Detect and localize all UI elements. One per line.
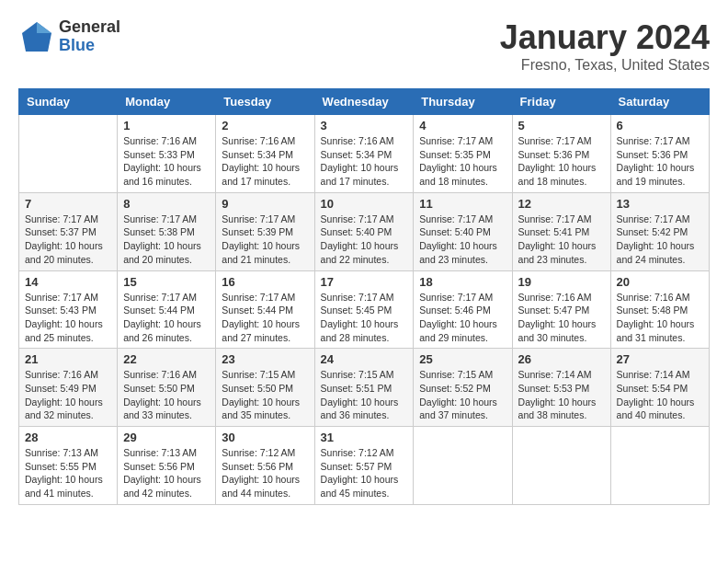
day-info: Sunrise: 7:17 AM Sunset: 5:37 PM Dayligh…: [25, 213, 111, 267]
calendar-cell: 30Sunrise: 7:12 AM Sunset: 5:56 PM Dayli…: [216, 427, 314, 505]
day-number: 18: [419, 275, 506, 289]
day-number: 15: [123, 275, 210, 289]
calendar-cell: 8Sunrise: 7:17 AM Sunset: 5:38 PM Daylig…: [118, 192, 216, 270]
calendar-cell: 4Sunrise: 7:17 AM Sunset: 5:35 PM Daylig…: [414, 115, 512, 193]
calendar-header: SundayMondayTuesdayWednesdayThursdayFrid…: [19, 89, 710, 115]
day-info: Sunrise: 7:16 AM Sunset: 5:48 PM Dayligh…: [617, 291, 703, 345]
calendar-cell: 9Sunrise: 7:17 AM Sunset: 5:39 PM Daylig…: [216, 192, 314, 270]
day-number: 4: [419, 119, 506, 132]
calendar-cell: 18Sunrise: 7:17 AM Sunset: 5:46 PM Dayli…: [414, 270, 512, 349]
day-info: Sunrise: 7:16 AM Sunset: 5:34 PM Dayligh…: [321, 134, 408, 189]
logo-general: General: [59, 18, 120, 37]
day-info: Sunrise: 7:17 AM Sunset: 5:36 PM Dayligh…: [518, 134, 605, 189]
calendar-cell: 3Sunrise: 7:16 AM Sunset: 5:34 PM Daylig…: [314, 115, 414, 193]
day-number: 5: [518, 119, 605, 132]
day-number: 7: [25, 197, 111, 211]
day-number: 31: [321, 431, 408, 444]
header-wednesday: Wednesday: [314, 89, 414, 115]
page-header: General Blue January 2024 Fresno, Texas,…: [18, 18, 710, 74]
logo: General Blue: [18, 18, 120, 55]
calendar-cell: 27Sunrise: 7:14 AM Sunset: 5:54 PM Dayli…: [610, 349, 709, 427]
calendar-cell: 24Sunrise: 7:15 AM Sunset: 5:51 PM Dayli…: [314, 349, 414, 427]
month-title: January 2024: [500, 18, 710, 57]
calendar-cell: 11Sunrise: 7:17 AM Sunset: 5:40 PM Dayli…: [414, 192, 512, 270]
week-row-0: 1Sunrise: 7:16 AM Sunset: 5:33 PM Daylig…: [19, 115, 710, 193]
day-number: 8: [123, 197, 210, 211]
calendar-body: 1Sunrise: 7:16 AM Sunset: 5:33 PM Daylig…: [19, 115, 710, 505]
day-info: Sunrise: 7:15 AM Sunset: 5:52 PM Dayligh…: [419, 368, 506, 422]
day-number: 26: [518, 352, 605, 366]
day-info: Sunrise: 7:15 AM Sunset: 5:50 PM Dayligh…: [222, 368, 308, 422]
calendar-cell: 17Sunrise: 7:17 AM Sunset: 5:45 PM Dayli…: [314, 270, 414, 349]
calendar-cell: [512, 427, 610, 505]
calendar-table: SundayMondayTuesdayWednesdayThursdayFrid…: [18, 88, 710, 505]
day-number: 3: [321, 119, 408, 132]
logo-blue: Blue: [59, 37, 120, 55]
day-number: 2: [222, 119, 308, 132]
header-row: SundayMondayTuesdayWednesdayThursdayFrid…: [19, 89, 710, 115]
day-info: Sunrise: 7:16 AM Sunset: 5:49 PM Dayligh…: [25, 368, 111, 422]
calendar-cell: 22Sunrise: 7:16 AM Sunset: 5:50 PM Dayli…: [118, 349, 216, 427]
calendar-cell: 5Sunrise: 7:17 AM Sunset: 5:36 PM Daylig…: [512, 115, 610, 193]
location: Fresno, Texas, United States: [500, 57, 710, 74]
day-number: 12: [518, 197, 605, 211]
calendar-cell: 2Sunrise: 7:16 AM Sunset: 5:34 PM Daylig…: [216, 115, 314, 193]
day-info: Sunrise: 7:16 AM Sunset: 5:34 PM Dayligh…: [222, 134, 308, 189]
day-info: Sunrise: 7:17 AM Sunset: 5:46 PM Dayligh…: [419, 291, 506, 345]
calendar-cell: 7Sunrise: 7:17 AM Sunset: 5:37 PM Daylig…: [19, 192, 118, 270]
header-sunday: Sunday: [19, 89, 118, 115]
calendar-cell: 19Sunrise: 7:16 AM Sunset: 5:47 PM Dayli…: [512, 270, 610, 349]
calendar-cell: 13Sunrise: 7:17 AM Sunset: 5:42 PM Dayli…: [610, 192, 709, 270]
calendar-cell: 10Sunrise: 7:17 AM Sunset: 5:40 PM Dayli…: [314, 192, 414, 270]
calendar-cell: 20Sunrise: 7:16 AM Sunset: 5:48 PM Dayli…: [610, 270, 709, 349]
day-number: 21: [25, 352, 111, 366]
day-info: Sunrise: 7:16 AM Sunset: 5:47 PM Dayligh…: [518, 291, 605, 345]
day-number: 24: [321, 352, 408, 366]
calendar-cell: [414, 427, 512, 505]
day-info: Sunrise: 7:17 AM Sunset: 5:40 PM Dayligh…: [419, 213, 506, 267]
calendar-cell: [610, 427, 709, 505]
day-info: Sunrise: 7:16 AM Sunset: 5:50 PM Dayligh…: [123, 368, 210, 422]
day-number: 29: [123, 431, 210, 444]
day-number: 11: [419, 197, 506, 211]
week-row-2: 14Sunrise: 7:17 AM Sunset: 5:43 PM Dayli…: [19, 270, 710, 349]
calendar-cell: 21Sunrise: 7:16 AM Sunset: 5:49 PM Dayli…: [19, 349, 118, 427]
day-info: Sunrise: 7:17 AM Sunset: 5:35 PM Dayligh…: [419, 134, 506, 189]
calendar-cell: 23Sunrise: 7:15 AM Sunset: 5:50 PM Dayli…: [216, 349, 314, 427]
day-number: 17: [321, 275, 408, 289]
header-thursday: Thursday: [414, 89, 512, 115]
day-number: 28: [25, 431, 111, 444]
day-info: Sunrise: 7:17 AM Sunset: 5:44 PM Dayligh…: [123, 291, 210, 345]
day-info: Sunrise: 7:17 AM Sunset: 5:40 PM Dayligh…: [321, 213, 408, 267]
day-info: Sunrise: 7:17 AM Sunset: 5:44 PM Dayligh…: [222, 291, 308, 345]
day-number: 9: [222, 197, 308, 211]
day-info: Sunrise: 7:15 AM Sunset: 5:51 PM Dayligh…: [321, 368, 408, 422]
calendar-cell: 28Sunrise: 7:13 AM Sunset: 5:55 PM Dayli…: [19, 427, 118, 505]
week-row-4: 28Sunrise: 7:13 AM Sunset: 5:55 PM Dayli…: [19, 427, 710, 505]
header-tuesday: Tuesday: [216, 89, 314, 115]
header-saturday: Saturday: [610, 89, 709, 115]
title-block: January 2024 Fresno, Texas, United State…: [500, 18, 710, 74]
day-number: 23: [222, 352, 308, 366]
day-number: 10: [321, 197, 408, 211]
week-row-3: 21Sunrise: 7:16 AM Sunset: 5:49 PM Dayli…: [19, 349, 710, 427]
day-number: 1: [123, 119, 210, 132]
day-number: 13: [617, 197, 703, 211]
day-info: Sunrise: 7:17 AM Sunset: 5:39 PM Dayligh…: [222, 213, 308, 267]
calendar-cell: 31Sunrise: 7:12 AM Sunset: 5:57 PM Dayli…: [314, 427, 414, 505]
header-friday: Friday: [512, 89, 610, 115]
day-number: 22: [123, 352, 210, 366]
calendar-cell: 1Sunrise: 7:16 AM Sunset: 5:33 PM Daylig…: [118, 115, 216, 193]
calendar-cell: 26Sunrise: 7:14 AM Sunset: 5:53 PM Dayli…: [512, 349, 610, 427]
day-info: Sunrise: 7:12 AM Sunset: 5:56 PM Dayligh…: [222, 446, 308, 500]
day-info: Sunrise: 7:17 AM Sunset: 5:45 PM Dayligh…: [321, 291, 408, 345]
day-info: Sunrise: 7:14 AM Sunset: 5:53 PM Dayligh…: [518, 368, 605, 422]
day-number: 19: [518, 275, 605, 289]
day-info: Sunrise: 7:17 AM Sunset: 5:43 PM Dayligh…: [25, 291, 111, 345]
day-info: Sunrise: 7:13 AM Sunset: 5:56 PM Dayligh…: [123, 446, 210, 500]
day-number: 27: [617, 352, 703, 366]
calendar-cell: 29Sunrise: 7:13 AM Sunset: 5:56 PM Dayli…: [118, 427, 216, 505]
day-info: Sunrise: 7:17 AM Sunset: 5:41 PM Dayligh…: [518, 213, 605, 267]
day-number: 20: [617, 275, 703, 289]
calendar-cell: 12Sunrise: 7:17 AM Sunset: 5:41 PM Dayli…: [512, 192, 610, 270]
